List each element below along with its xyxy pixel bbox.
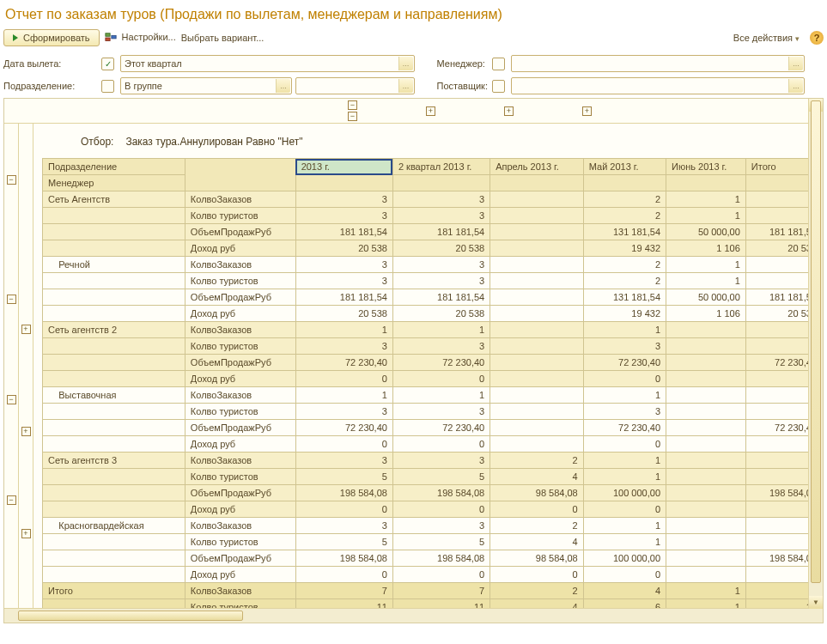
dropdown-icon[interactable]: …: [276, 79, 290, 93]
data-cell[interactable]: 3: [295, 208, 392, 224]
header-cell[interactable]: Подразделение: [43, 159, 185, 175]
data-cell[interactable]: [666, 550, 746, 567]
data-cell[interactable]: [666, 567, 746, 583]
data-cell[interactable]: Колво туристов: [185, 404, 295, 420]
data-cell[interactable]: 72 230,40: [392, 355, 490, 371]
data-cell[interactable]: 5: [295, 469, 392, 485]
data-cell[interactable]: 131 181,54: [583, 224, 666, 240]
scroll-down-icon[interactable]: ▼: [809, 596, 823, 609]
generate-button[interactable]: Сформировать: [3, 29, 100, 46]
data-cell[interactable]: 100 000,00: [583, 485, 666, 501]
data-cell[interactable]: [490, 224, 584, 240]
data-cell[interactable]: ОбъемПродажРуб: [185, 289, 295, 306]
all-actions-menu[interactable]: Все действия: [733, 33, 800, 43]
data-cell[interactable]: [43, 550, 185, 567]
data-cell[interactable]: Доход руб: [185, 436, 295, 453]
data-cell[interactable]: Выставочная: [43, 387, 185, 404]
data-cell[interactable]: 3: [583, 404, 666, 420]
data-cell[interactable]: [666, 469, 746, 485]
data-cell[interactable]: 19 432: [583, 306, 666, 322]
data-cell[interactable]: 3: [392, 518, 490, 534]
data-cell[interactable]: [490, 257, 584, 273]
data-cell[interactable]: [490, 371, 584, 387]
data-cell[interactable]: ОбъемПродажРуб: [185, 550, 295, 567]
data-cell[interactable]: [490, 191, 584, 208]
collapse-col-button[interactable]: −: [348, 100, 357, 110]
data-cell[interactable]: 198 584,08: [392, 550, 490, 567]
data-cell[interactable]: [666, 420, 746, 436]
subdivision-checkbox[interactable]: [101, 80, 114, 93]
data-cell[interactable]: 1: [583, 387, 666, 404]
data-cell[interactable]: 50 000,00: [666, 224, 746, 240]
data-cell[interactable]: ОбъемПродажРуб: [185, 355, 295, 371]
data-cell[interactable]: 181 181,54: [392, 289, 490, 306]
expand-row-button[interactable]: +: [21, 529, 31, 538]
data-cell[interactable]: Колво туристов: [185, 534, 295, 550]
data-cell[interactable]: 5: [392, 534, 490, 550]
data-cell[interactable]: 0: [392, 501, 490, 518]
data-cell[interactable]: [43, 224, 185, 240]
data-cell[interactable]: [43, 469, 185, 485]
data-cell[interactable]: 0: [583, 436, 666, 453]
data-cell[interactable]: 4: [490, 534, 584, 550]
header-cell[interactable]: Июнь 2013 г.: [666, 159, 746, 175]
data-cell[interactable]: [43, 273, 185, 289]
settings-link[interactable]: Настройки...: [105, 32, 176, 44]
data-cell[interactable]: 3: [392, 273, 490, 289]
data-cell[interactable]: 0: [295, 501, 392, 518]
data-cell[interactable]: Итого: [43, 583, 185, 599]
scroll-thumb[interactable]: [811, 100, 821, 583]
data-cell[interactable]: Сеть Агентств: [43, 191, 185, 208]
header-cell[interactable]: [666, 175, 746, 191]
data-cell[interactable]: 0: [295, 436, 392, 453]
data-cell[interactable]: 20 538: [295, 240, 392, 257]
data-cell[interactable]: 2: [490, 583, 584, 599]
data-cell[interactable]: 2: [490, 453, 584, 469]
data-cell[interactable]: 0: [490, 501, 584, 518]
data-cell[interactable]: 98 584,08: [490, 485, 584, 501]
data-cell[interactable]: [490, 289, 584, 306]
data-cell[interactable]: 4: [490, 469, 584, 485]
data-cell[interactable]: КолвоЗаказов: [185, 453, 295, 469]
data-cell[interactable]: Сеть агентств 2: [43, 322, 185, 338]
data-cell[interactable]: 5: [392, 469, 490, 485]
data-cell[interactable]: 3: [295, 453, 392, 469]
data-cell[interactable]: [490, 436, 584, 453]
data-cell[interactable]: [490, 338, 584, 355]
data-cell[interactable]: [43, 436, 185, 453]
data-cell[interactable]: 3: [392, 257, 490, 273]
data-cell[interactable]: 1 106: [666, 240, 746, 257]
dropdown-icon[interactable]: …: [398, 79, 413, 93]
data-cell[interactable]: 3: [392, 338, 490, 355]
subdivision-value-input[interactable]: …: [295, 77, 415, 94]
data-cell[interactable]: ОбъемПродажРуб: [185, 420, 295, 436]
data-cell[interactable]: [43, 485, 185, 501]
data-cell[interactable]: 72 230,40: [295, 355, 392, 371]
data-cell[interactable]: 198 584,08: [295, 550, 392, 567]
data-cell[interactable]: 98 584,08: [490, 550, 584, 567]
data-cell[interactable]: 2: [490, 518, 584, 534]
collapse-col-button[interactable]: −: [348, 112, 357, 121]
data-cell[interactable]: Доход руб: [185, 306, 295, 322]
data-cell[interactable]: 181 181,54: [295, 224, 392, 240]
data-cell[interactable]: [666, 322, 746, 338]
data-cell[interactable]: 3: [295, 257, 392, 273]
data-cell[interactable]: [490, 322, 584, 338]
expand-col-button[interactable]: +: [582, 106, 592, 116]
data-cell[interactable]: 1: [666, 208, 746, 224]
data-cell[interactable]: 0: [392, 436, 490, 453]
data-cell[interactable]: 1: [583, 534, 666, 550]
data-cell[interactable]: 181 181,54: [392, 224, 490, 240]
departure-input[interactable]: Этот квартал…: [120, 55, 415, 72]
departure-checkbox[interactable]: ✓: [101, 58, 114, 70]
data-cell[interactable]: Сеть агентств 3: [43, 453, 185, 469]
collapse-row-button[interactable]: −: [7, 395, 16, 404]
data-cell[interactable]: [666, 518, 746, 534]
data-cell[interactable]: 0: [392, 371, 490, 387]
data-cell[interactable]: 1: [583, 453, 666, 469]
grid-scroll[interactable]: Отбор:Заказ тура.Аннулирован Равно "Нет"…: [33, 124, 823, 623]
data-cell[interactable]: 3: [295, 273, 392, 289]
dropdown-icon[interactable]: …: [788, 57, 803, 70]
data-cell[interactable]: [666, 501, 746, 518]
manager-input[interactable]: …: [511, 55, 806, 72]
